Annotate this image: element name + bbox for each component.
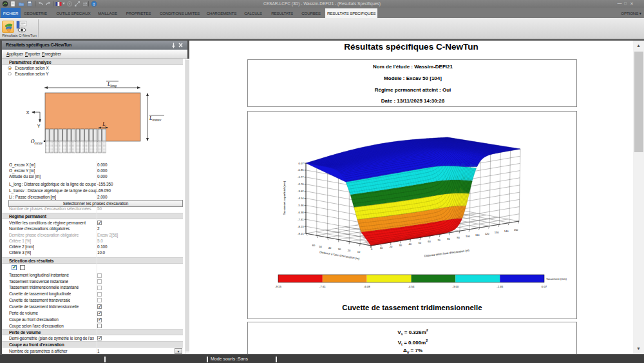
svg-text:60: 60 (312, 244, 316, 247)
svg-text:-6.08: -6.08 (364, 285, 371, 288)
svg-text:110: 110 (475, 233, 480, 237)
svg-text:Y: Y (37, 124, 41, 128)
svg-text:-1.77: -1.77 (298, 175, 304, 179)
svg-text:-3.00: -3.00 (452, 285, 459, 288)
svg-text:0.07: 0.07 (299, 162, 305, 165)
svg-text:30: 30 (338, 248, 341, 251)
svg-text:40: 40 (408, 242, 412, 246)
svg-text:Llong: Llong (107, 81, 117, 88)
svg-text:20: 20 (390, 245, 393, 248)
svg-text:Tassement superficiel (mm): Tassement superficiel (mm) (283, 181, 286, 215)
svg-text:Cuvette de tassement tridimens: Cuvette de tassement tridimensionnelle (342, 304, 482, 311)
svg-text:100: 100 (466, 235, 470, 238)
svg-text:10: 10 (380, 246, 383, 250)
svg-text:0.07: 0.07 (542, 285, 547, 288)
svg-text:Oexcav: Oexcav (31, 139, 43, 145)
svg-text:Distance à l'axe d'excavation: Distance à l'axe d'excavation (m) (319, 250, 360, 260)
svg-text:-9.15: -9.15 (275, 285, 282, 288)
svg-text:130: 130 (495, 231, 499, 234)
svg-text:-8.23: -8.23 (298, 225, 304, 228)
svg-text:-1.46: -1.46 (497, 285, 504, 288)
svg-text:-9.15: -9.15 (298, 232, 304, 235)
svg-text:20: 20 (348, 249, 351, 252)
svg-text:140: 140 (504, 230, 509, 233)
svg-text:60: 60 (428, 240, 431, 243)
svg-text:10: 10 (357, 250, 361, 253)
svg-text:40: 40 (328, 246, 332, 250)
svg-text:-6.38: -6.38 (298, 211, 304, 214)
svg-text:90: 90 (457, 236, 460, 239)
svg-text:-7.61: -7.61 (319, 285, 327, 288)
svg-text:X: X (26, 110, 30, 115)
svg-text:Tassement (mm): Tassement (mm) (546, 277, 567, 280)
svg-text:50: 50 (418, 241, 421, 244)
svg-text:!: ! (93, 2, 95, 7)
svg-text:Ltransv: Ltransv (149, 115, 162, 122)
svg-text:30: 30 (399, 244, 402, 247)
svg-text:Distance selon l'axe d'excavat: Distance selon l'axe d'excavation (m) (424, 249, 469, 258)
svg-text:70: 70 (437, 239, 440, 242)
svg-text:-2.70: -2.70 (298, 182, 304, 186)
svg-text:150: 150 (514, 228, 518, 231)
svg-text:80: 80 (447, 237, 450, 240)
svg-text:-3.62: -3.62 (298, 190, 304, 193)
svg-text:120: 120 (485, 232, 489, 235)
svg-text:-4.54: -4.54 (408, 285, 415, 288)
svg-text:50: 50 (319, 245, 322, 248)
svg-text:0: 0 (371, 248, 373, 251)
svg-text:-0.85: -0.85 (298, 168, 304, 172)
svg-text:-7.31: -7.31 (298, 218, 304, 221)
svg-text:-4.54: -4.54 (298, 197, 304, 200)
svg-text:-5.46: -5.46 (298, 204, 304, 207)
